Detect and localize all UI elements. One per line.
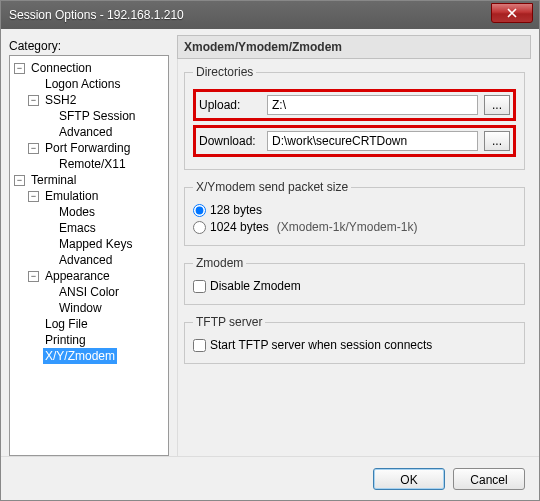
panel-header: Xmodem/Ymodem/Zmodem — [177, 35, 531, 59]
close-icon — [507, 8, 517, 18]
tree-node-xyzmodem[interactable]: X/Y/Zmodem — [28, 348, 166, 364]
category-tree[interactable]: − Connection Logon Actions −SSH2 SFTP Se… — [9, 55, 169, 456]
window-title: Session Options - 192.168.1.210 — [9, 8, 184, 22]
upload-input[interactable] — [267, 95, 478, 115]
collapse-icon[interactable]: − — [28, 191, 39, 202]
tree-node-appearance[interactable]: −Appearance — [28, 268, 166, 284]
collapse-icon[interactable]: − — [14, 63, 25, 74]
tree-node-modes[interactable]: Modes — [42, 204, 166, 220]
packet-128-option[interactable]: 128 bytes — [193, 203, 516, 217]
zmodem-group: Zmodem Disable Zmodem — [184, 256, 525, 305]
tree-node-mapped-keys[interactable]: Mapped Keys — [42, 236, 166, 252]
tftp-legend: TFTP server — [193, 315, 265, 329]
download-label: Download: — [199, 134, 261, 148]
download-input[interactable] — [267, 131, 478, 151]
tree-node-emulation-advanced[interactable]: Advanced — [42, 252, 166, 268]
disable-zmodem-checkbox[interactable] — [193, 280, 206, 293]
titlebar: Session Options - 192.168.1.210 — [1, 1, 539, 29]
zmodem-legend: Zmodem — [193, 256, 246, 270]
download-row: Download: ... — [193, 125, 516, 157]
upload-label: Upload: — [199, 98, 261, 112]
tree-node-log-file[interactable]: Log File — [28, 316, 166, 332]
tree-node-window[interactable]: Window — [42, 300, 166, 316]
directories-group: Directories Upload: ... Download: ... — [184, 65, 525, 170]
packet-1024-radio[interactable] — [193, 221, 206, 234]
ok-button[interactable]: OK — [373, 468, 445, 490]
collapse-icon[interactable]: − — [14, 175, 25, 186]
dialog-footer: OK Cancel — [1, 456, 539, 500]
tree-node-printing[interactable]: Printing — [28, 332, 166, 348]
packet-size-group: X/Ymodem send packet size 128 bytes 1024… — [184, 180, 525, 246]
disable-zmodem-option[interactable]: Disable Zmodem — [193, 279, 516, 293]
close-button[interactable] — [491, 3, 533, 23]
tree-node-emulation[interactable]: −Emulation — [28, 188, 166, 204]
tftp-start-option[interactable]: Start TFTP server when session connects — [193, 338, 516, 352]
tree-node-sftp-session[interactable]: SFTP Session — [42, 108, 166, 124]
tree-node-port-forwarding[interactable]: −Port Forwarding — [28, 140, 166, 156]
upload-row: Upload: ... — [193, 89, 516, 121]
collapse-icon[interactable]: − — [28, 95, 39, 106]
tree-node-remote-x11[interactable]: Remote/X11 — [42, 156, 166, 172]
tree-node-logon-actions[interactable]: Logon Actions — [28, 76, 166, 92]
settings-panel: Xmodem/Ymodem/Zmodem Directories Upload:… — [177, 35, 531, 456]
category-label: Category: — [9, 39, 169, 53]
directories-legend: Directories — [193, 65, 256, 79]
tftp-group: TFTP server Start TFTP server when sessi… — [184, 315, 525, 364]
tree-node-ssh2-advanced[interactable]: Advanced — [42, 124, 166, 140]
tree-node-connection[interactable]: − Connection — [14, 60, 166, 76]
tree-node-ansi-color[interactable]: ANSI Color — [42, 284, 166, 300]
cancel-button[interactable]: Cancel — [453, 468, 525, 490]
tftp-start-checkbox[interactable] — [193, 339, 206, 352]
packet-size-legend: X/Ymodem send packet size — [193, 180, 351, 194]
tree-node-emacs[interactable]: Emacs — [42, 220, 166, 236]
tree-node-ssh2[interactable]: −SSH2 — [28, 92, 166, 108]
upload-browse-button[interactable]: ... — [484, 95, 510, 115]
session-options-dialog: Session Options - 192.168.1.210 Category… — [0, 0, 540, 501]
collapse-icon[interactable]: − — [28, 271, 39, 282]
packet-1024-option[interactable]: 1024 bytes (Xmodem-1k/Ymodem-1k) — [193, 220, 516, 234]
packet-128-radio[interactable] — [193, 204, 206, 217]
collapse-icon[interactable]: − — [28, 143, 39, 154]
tree-node-terminal[interactable]: −Terminal — [14, 172, 166, 188]
download-browse-button[interactable]: ... — [484, 131, 510, 151]
